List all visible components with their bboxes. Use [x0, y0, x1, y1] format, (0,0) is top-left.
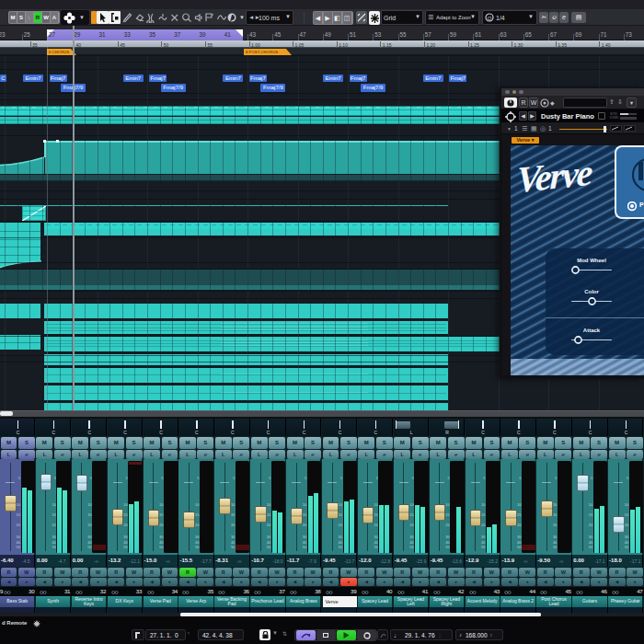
svg-text:Q: Q	[488, 15, 492, 20]
svg-text:8 POST-CHORUS: 8 POST-CHORUS	[246, 50, 278, 54]
svg-text:6 CHORUS: 6 CHORUS	[49, 50, 69, 54]
